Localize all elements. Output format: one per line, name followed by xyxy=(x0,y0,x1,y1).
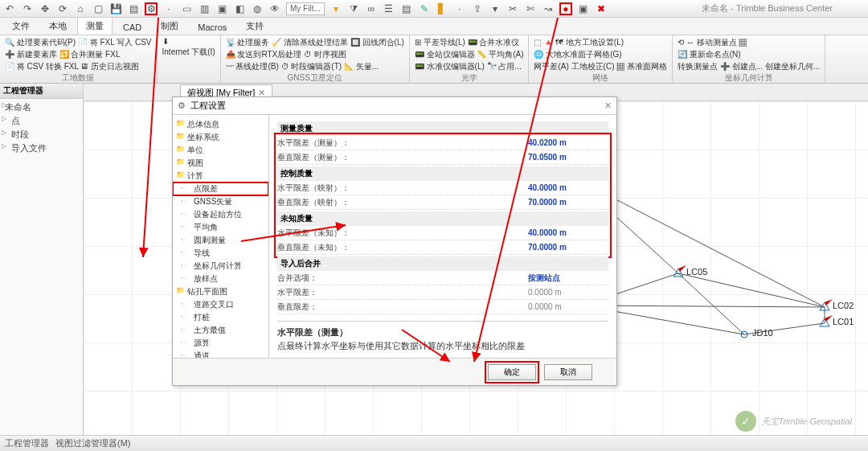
layers-icon[interactable]: ▥ xyxy=(198,2,211,15)
field-value[interactable]: 0.0000 m xyxy=(528,302,608,311)
ribbon-group-internet: ⬇ Internet 下载(I) xyxy=(158,35,221,83)
note-icon[interactable]: ▋ xyxy=(436,2,448,15)
field-value[interactable]: 70.0000 m xyxy=(528,243,608,252)
tree-item[interactable]: 导入文件 xyxy=(2,141,81,155)
tab-cad[interactable]: CAD xyxy=(114,19,150,35)
nav-item[interactable]: 打桩 xyxy=(173,311,268,324)
link-icon[interactable]: ∞ xyxy=(365,2,378,15)
filter2-icon[interactable]: ⧩ xyxy=(347,2,360,15)
nav-item[interactable]: 源算 xyxy=(173,337,268,350)
field-value[interactable]: 0.0000 m xyxy=(528,288,608,297)
status-view-filter[interactable]: 视图过滤管理器(M) xyxy=(55,437,131,449)
ribbon-cmd[interactable]: 📟 全站仪编辑器 📏 平均角(A) xyxy=(415,49,524,60)
nav-item[interactable]: 视图 xyxy=(173,157,268,170)
stack-icon[interactable]: ☰ xyxy=(383,2,395,15)
nav-item[interactable]: 计算 xyxy=(173,170,268,182)
nav-item[interactable]: 设备起始方位 xyxy=(173,208,268,221)
ribbon-cmd[interactable]: 🌐 大地水准面子网格(G) xyxy=(534,49,667,60)
drop-icon[interactable]: ▾ xyxy=(489,2,502,15)
refresh-icon[interactable]: ⟳ xyxy=(56,2,69,15)
project-tree[interactable]: 未命名 点 时段 导入文件 xyxy=(0,99,83,157)
path-icon[interactable]: ↝ xyxy=(542,2,555,15)
ribbon-cmd[interactable]: 📄 将 CSV 转换 FXL 🖥 历史日志视图 xyxy=(5,61,152,72)
cancel-button[interactable]: 取消 xyxy=(544,364,592,380)
eye-icon[interactable]: 👁 xyxy=(268,2,281,15)
nav-item[interactable]: 坐标几何计算 xyxy=(173,260,268,273)
tab-file[interactable]: 文件 xyxy=(3,17,39,35)
close-icon[interactable]: ✖ xyxy=(595,2,608,15)
globe-icon[interactable]: ◍ xyxy=(251,2,264,15)
csv-icon[interactable]: ▤ xyxy=(127,2,140,15)
field-value[interactable]: 40.0000 m xyxy=(528,183,608,192)
nav-item[interactable]: 坐标系统 xyxy=(173,131,268,144)
nav-item[interactable]: 钻孔平面图 xyxy=(173,285,268,298)
draw-icon[interactable]: ✂ xyxy=(506,2,519,15)
tab-drafting[interactable]: 制图 xyxy=(152,17,187,35)
redo-icon[interactable]: ↷ xyxy=(21,2,34,15)
stack2-icon[interactable]: ▤ xyxy=(400,2,413,15)
settings-gear-icon[interactable]: ⚙ xyxy=(145,2,158,15)
field-value[interactable]: 40.0000 m xyxy=(528,228,608,237)
nav-item[interactable]: GNSS矢量 xyxy=(173,195,268,208)
nav-item[interactable]: 通道 xyxy=(173,350,268,358)
ok-button[interactable]: 确定 xyxy=(488,364,536,380)
tab-survey[interactable]: 测量 xyxy=(77,17,113,35)
tree-root[interactable]: 未命名 xyxy=(2,100,81,114)
close-icon[interactable]: ✕ xyxy=(604,100,612,111)
ribbon-cmd[interactable]: 〰 基线处理(B) ⏱ 时段编辑器(T) 📐 矢量... xyxy=(226,61,404,72)
field-value[interactable]: 40.0200 m xyxy=(528,138,608,147)
nav-item[interactable]: 总体信息 xyxy=(173,118,268,131)
tree-item[interactable]: 点 xyxy=(2,114,81,128)
nav-item[interactable]: 圆剩测量 xyxy=(173,234,268,247)
nav-item[interactable]: 平均角 xyxy=(173,221,268,234)
ribbon-cmd[interactable]: 📟 水准仪编辑器(L) 🔭 占用... xyxy=(415,61,524,72)
nav-item[interactable]: 导线 xyxy=(173,247,268,260)
nav-item[interactable]: 放样点 xyxy=(173,273,268,285)
ribbon-cmd[interactable]: 网平差(A) 工地校正(C) ▦ 基准面网格 xyxy=(534,61,667,72)
ribbon-cmd[interactable]: ⊞ 平差导线(L) 📟 合并水准仪 xyxy=(415,37,524,48)
ribbon-cmd[interactable]: ⬇ xyxy=(162,37,215,46)
tab-support[interactable]: 支持 xyxy=(237,17,272,35)
pan-icon[interactable]: ✥ xyxy=(39,2,51,15)
funnel-icon[interactable]: ▾ xyxy=(330,2,342,15)
tab-local[interactable]: 本地 xyxy=(40,17,76,35)
nav-item[interactable]: 点限差 xyxy=(173,182,268,195)
field-value[interactable]: 70.0500 m xyxy=(528,153,608,162)
dialog-nav-tree[interactable]: 总体信息坐标系统单位视图计算点限差GNSS矢量设备起始方位平均角圆剩测量导线坐标… xyxy=(173,115,269,358)
field-value[interactable]: 70.0000 m xyxy=(528,198,608,207)
ribbon-cmd[interactable]: 📤 发送到RTX后处理 ⏱ 时序视图 xyxy=(226,49,404,60)
tab-macros[interactable]: Macros xyxy=(189,19,235,35)
save-icon[interactable]: 💾 xyxy=(109,2,122,15)
ribbon-cmd[interactable]: 📡 处理服务 🧹 清除基线处理结果 🔲 回线闭合(L) xyxy=(226,37,404,48)
ribbon-cmd[interactable]: ⟲ ↔ 移动测量点 ▦ xyxy=(678,37,820,48)
field-label: 水平限差（测量）： xyxy=(277,137,528,149)
status-project-manager[interactable]: 工程管理器 xyxy=(5,437,49,449)
nav-item[interactable]: 单位 xyxy=(173,144,268,157)
ribbon-cmd[interactable]: Internet 下载(I) xyxy=(162,47,215,58)
layer-icon[interactable]: ▭ xyxy=(180,2,193,15)
nav-item[interactable]: 道路交叉口 xyxy=(173,298,268,311)
share-icon[interactable]: ⇪ xyxy=(471,2,484,15)
proc-icon[interactable]: ▣ xyxy=(215,2,228,15)
new-icon[interactable]: ▢ xyxy=(92,2,104,15)
ribbon-cmd[interactable]: ⬚ 🔺 🗺 地方工地设置(L) xyxy=(534,37,667,48)
svg-text:LC01: LC01 xyxy=(833,317,854,326)
undo-icon[interactable]: ↶ xyxy=(3,2,16,15)
screen-icon[interactable]: ▣ xyxy=(577,2,590,15)
dialog-titlebar[interactable]: ⚙ 工程设置 ✕ xyxy=(173,97,616,115)
ribbon-cmd[interactable]: 转换测量点 ➕ 创建点... 创建坐标几何... xyxy=(678,61,820,72)
ribbon-cmd[interactable]: 🔄 重新命名点(N) xyxy=(678,49,820,60)
cube-icon[interactable]: ◧ xyxy=(233,2,246,15)
ribbon-cmd[interactable]: 🔍 处理要素代码(P) 📄 将 FXL 写入 CSV xyxy=(5,37,152,48)
pen-icon[interactable]: ✎ xyxy=(418,2,431,15)
filter-selector[interactable]: My Filt... xyxy=(286,2,325,15)
record-icon[interactable]: ● xyxy=(559,2,572,15)
scissors-icon[interactable]: ✄ xyxy=(524,2,537,15)
nav-item[interactable]: 土方最值 xyxy=(173,324,268,337)
field-label: 水平限差（未知）： xyxy=(277,228,528,239)
home-icon[interactable]: ⌂ xyxy=(74,2,87,15)
ribbon-cmd[interactable]: ➕ 新建要素库 🔁 合并测量 FXL xyxy=(5,49,152,60)
tree-item[interactable]: 时段 xyxy=(2,128,81,141)
section-header: 未知质量 xyxy=(277,211,608,226)
field-value[interactable]: 按测站点 xyxy=(528,273,608,284)
